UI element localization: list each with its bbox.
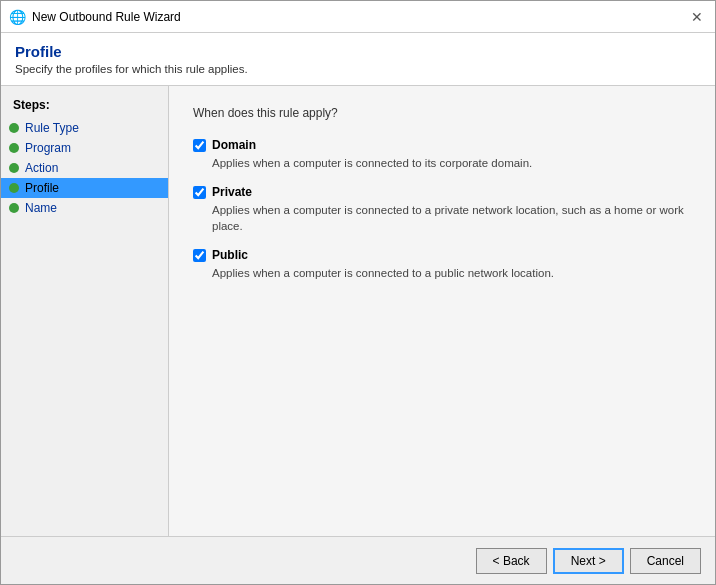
- option-domain-header: Domain: [193, 138, 691, 152]
- page-header: Profile Specify the profiles for which t…: [1, 33, 715, 86]
- title-bar-left: 🌐 New Outbound Rule Wizard: [9, 9, 181, 25]
- sidebar-item-name[interactable]: Name: [1, 198, 168, 218]
- wizard-window: 🌐 New Outbound Rule Wizard ✕ Profile Spe…: [0, 0, 716, 585]
- sidebar-item-profile[interactable]: Profile: [1, 178, 168, 198]
- private-label[interactable]: Private: [212, 185, 252, 199]
- sidebar-item-action[interactable]: Action: [1, 158, 168, 178]
- option-private: Private Applies when a computer is conne…: [193, 185, 691, 234]
- main-panel: When does this rule apply? Domain Applie…: [169, 86, 715, 536]
- cancel-button[interactable]: Cancel: [630, 548, 701, 574]
- private-checkbox[interactable]: [193, 186, 206, 199]
- sidebar-item-program[interactable]: Program: [1, 138, 168, 158]
- step-dot-rule-type: [9, 123, 19, 133]
- option-private-header: Private: [193, 185, 691, 199]
- page-title: Profile: [15, 43, 701, 60]
- step-dot-name: [9, 203, 19, 213]
- public-checkbox[interactable]: [193, 249, 206, 262]
- option-domain: Domain Applies when a computer is connec…: [193, 138, 691, 171]
- close-button[interactable]: ✕: [687, 7, 707, 27]
- back-button[interactable]: < Back: [476, 548, 547, 574]
- next-button[interactable]: Next >: [553, 548, 624, 574]
- footer: < Back Next > Cancel: [1, 536, 715, 584]
- domain-description: Applies when a computer is connected to …: [212, 155, 691, 171]
- window-title: New Outbound Rule Wizard: [32, 10, 181, 24]
- content-area: Steps: Rule Type Program Action Profile …: [1, 86, 715, 536]
- public-description: Applies when a computer is connected to …: [212, 265, 691, 281]
- sidebar-item-rule-type[interactable]: Rule Type: [1, 118, 168, 138]
- steps-header: Steps:: [1, 94, 168, 118]
- sidebar-item-label: Action: [25, 161, 58, 175]
- window-icon: 🌐: [9, 9, 26, 25]
- step-dot-program: [9, 143, 19, 153]
- page-subtitle: Specify the profiles for which this rule…: [15, 63, 701, 75]
- option-public: Public Applies when a computer is connec…: [193, 248, 691, 281]
- private-description: Applies when a computer is connected to …: [212, 202, 691, 234]
- step-dot-action: [9, 163, 19, 173]
- sidebar: Steps: Rule Type Program Action Profile …: [1, 86, 169, 536]
- sidebar-item-label: Program: [25, 141, 71, 155]
- sidebar-item-label: Name: [25, 201, 57, 215]
- sidebar-item-label: Rule Type: [25, 121, 79, 135]
- option-public-header: Public: [193, 248, 691, 262]
- domain-checkbox[interactable]: [193, 139, 206, 152]
- domain-label[interactable]: Domain: [212, 138, 256, 152]
- step-dot-profile: [9, 183, 19, 193]
- public-label[interactable]: Public: [212, 248, 248, 262]
- title-bar: 🌐 New Outbound Rule Wizard ✕: [1, 1, 715, 33]
- sidebar-item-label: Profile: [25, 181, 59, 195]
- question-text: When does this rule apply?: [193, 106, 691, 120]
